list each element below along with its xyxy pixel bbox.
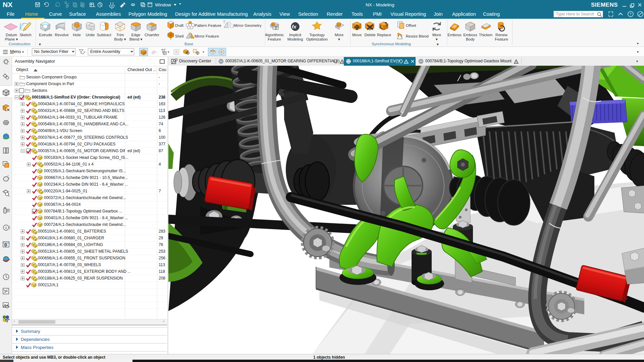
svg-text:fx: fx (292, 24, 297, 29)
svg-text:SIEMENS: SIEMENS (591, 2, 618, 8)
svg-text:?: ? (630, 12, 632, 16)
svg-text:NX: NX (3, 1, 12, 8)
svg-text:NX - Modeling: NX - Modeling (366, 2, 394, 7)
svg-text:+: + (223, 19, 225, 22)
svg-text:Window: Window (155, 2, 171, 7)
